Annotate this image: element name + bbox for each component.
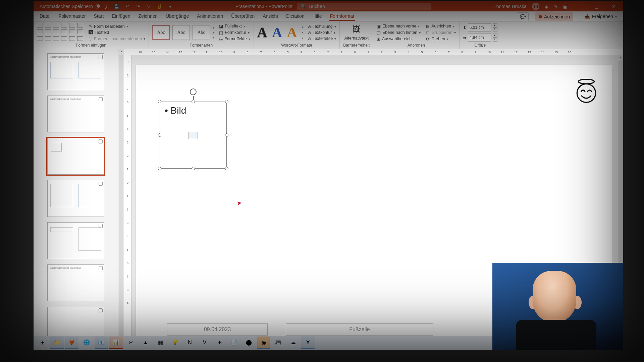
- pen-icon[interactable]: ✎: [554, 4, 558, 9]
- alt-text-icon[interactable]: 🖼: [353, 24, 361, 34]
- outlook-icon[interactable]: 📧: [95, 337, 108, 349]
- vlc-icon[interactable]: ▲: [139, 337, 152, 349]
- thumb-scrollbar[interactable]: ▴▾: [118, 49, 124, 342]
- touch-mode-icon[interactable]: ☝: [157, 3, 163, 9]
- layout-thumb-1[interactable]: Masterfolienformat bearbeiten: [47, 53, 104, 90]
- tab-einfuegen[interactable]: Einfügen: [111, 11, 131, 21]
- layout-thumb-2[interactable]: Masterfolienformat bearbeiten: [47, 96, 104, 132]
- spin-up-icon[interactable]: ▴: [493, 23, 497, 27]
- collapse-ribbon-icon[interactable]: ⌃: [618, 44, 621, 48]
- tab-hilfe[interactable]: Hilfe: [312, 11, 323, 21]
- ribbon-tabs: Datei Folienmaster Start Einfügen Zeichn…: [34, 11, 623, 21]
- tab-zeichnen[interactable]: Zeichnen: [138, 11, 158, 21]
- text-effects-button[interactable]: A Texteffekte ▾: [308, 36, 336, 41]
- discord-icon[interactable]: 🎮: [272, 337, 285, 349]
- wordart-preset-2[interactable]: A: [272, 24, 282, 41]
- shape-effects-button[interactable]: ◎ Formeffekte ▾: [219, 37, 250, 42]
- app-icon[interactable]: 💡: [168, 337, 182, 349]
- close-button[interactable]: ✕: [608, 1, 620, 11]
- style-preset-2[interactable]: Abc: [172, 25, 190, 40]
- tab-formformat[interactable]: Formformat: [329, 11, 355, 21]
- wordart-preset-1[interactable]: A: [257, 24, 267, 41]
- selected-picture-placeholder[interactable]: • Bild: [160, 102, 227, 169]
- minimize-button[interactable]: —: [573, 1, 585, 11]
- layout-thumb-5[interactable]: [47, 222, 104, 259]
- tab-start[interactable]: Start: [93, 11, 105, 21]
- user-name-label[interactable]: Thomas Hruska: [493, 4, 527, 9]
- snip-icon[interactable]: ✂: [124, 337, 138, 349]
- record-button[interactable]: Aufzeichnen: [535, 12, 573, 21]
- user-avatar[interactable]: TH: [532, 3, 539, 10]
- textbox-button[interactable]: 🅰 Textfeld: [89, 30, 145, 35]
- diamond-icon[interactable]: ◈: [545, 4, 548, 9]
- excel-icon[interactable]: X: [301, 337, 315, 349]
- tab-ueberpruefen[interactable]: Überprüfen: [230, 11, 255, 21]
- shape-fill-button[interactable]: ◪ Fülleffekt ▾: [219, 24, 250, 29]
- comments-button[interactable]: 💬: [517, 12, 529, 21]
- resize-handle[interactable]: [225, 100, 228, 103]
- selection-pane-button[interactable]: ⊞ Auswahlbereich: [377, 37, 421, 42]
- tab-datei[interactable]: Datei: [39, 11, 51, 21]
- tab-animationen[interactable]: Animationen: [196, 11, 224, 21]
- tab-uebergaenge[interactable]: Übergänge: [165, 11, 190, 21]
- tab-folienmaster[interactable]: Folienmaster: [58, 11, 87, 21]
- onenote-icon[interactable]: N: [183, 337, 197, 349]
- resize-handle[interactable]: [192, 100, 195, 103]
- chrome-icon[interactable]: 🌐: [80, 337, 93, 349]
- align-button[interactable]: ⊟ Ausrichten ▾: [426, 24, 456, 29]
- obs-icon[interactable]: ⬤: [242, 337, 256, 349]
- footer-placeholder[interactable]: Fußzeile: [286, 323, 433, 336]
- tab-dictation[interactable]: Dictation: [285, 11, 305, 21]
- layout-thumb-6[interactable]: Masterfolienformat bearbeiten: [47, 264, 104, 301]
- autosave-toggle[interactable]: Automatisches Speichern: [40, 4, 107, 9]
- alt-text-button[interactable]: Alternativtext: [344, 36, 368, 41]
- resize-handle[interactable]: [192, 167, 195, 170]
- layout-thumb-3-selected[interactable]: [47, 138, 104, 175]
- rotation-handle-icon[interactable]: [190, 88, 197, 95]
- toggle-switch-icon[interactable]: [96, 4, 107, 9]
- explorer-icon[interactable]: 📁: [50, 337, 64, 349]
- tab-ansicht[interactable]: Ansicht: [262, 11, 279, 21]
- search-box[interactable]: 🔍 Suchen: [297, 3, 431, 10]
- app-icon[interactable]: 📄: [227, 337, 241, 349]
- powerpoint-icon[interactable]: 📊: [109, 337, 123, 349]
- resize-handle[interactable]: [158, 133, 161, 137]
- undo-icon[interactable]: ↶: [124, 3, 130, 9]
- layout-thumb-4[interactable]: [47, 180, 104, 217]
- text-outline-button[interactable]: A Textkontur ▾: [308, 30, 336, 35]
- style-preset-1[interactable]: Abc: [152, 25, 170, 40]
- resize-handle[interactable]: [225, 167, 228, 170]
- spin-down-icon[interactable]: ▾: [493, 27, 497, 32]
- visio-icon[interactable]: V: [198, 337, 211, 349]
- picture-placeholder-icon[interactable]: [189, 132, 198, 139]
- style-preset-3[interactable]: Abc: [193, 25, 210, 40]
- width-field[interactable]: 4,94 cm: [468, 34, 491, 42]
- redo-icon[interactable]: ↷: [135, 3, 141, 9]
- height-field[interactable]: 5,01 cm: [468, 23, 491, 32]
- bring-forward-button[interactable]: ▣ Ebene nach vorne ▾: [377, 24, 421, 29]
- maximize-button[interactable]: ▢: [590, 1, 602, 11]
- shape-gallery[interactable]: [37, 23, 85, 42]
- shape-outline-button[interactable]: ◫ Formkontur ▾: [219, 30, 250, 35]
- save-icon[interactable]: 💾: [114, 3, 120, 9]
- mouse-cursor-icon: ➤: [236, 199, 243, 207]
- firefox-icon[interactable]: 🦊: [65, 337, 78, 349]
- start-from-beginning-icon[interactable]: ▷: [146, 3, 152, 9]
- start-button[interactable]: ⊞: [36, 337, 49, 349]
- window-icon[interactable]: ▣: [563, 4, 568, 9]
- telegram-icon[interactable]: ✈: [213, 337, 226, 349]
- date-placeholder[interactable]: 09.04.2023: [167, 323, 268, 336]
- app-icon[interactable]: ▦: [154, 337, 167, 349]
- edit-shape-button[interactable]: ✎ Form bearbeiten ▾: [89, 24, 145, 29]
- rotate-button[interactable]: ⟳ Drehen ▾: [426, 37, 456, 42]
- wordart-preset-3[interactable]: A: [287, 24, 297, 41]
- share-button[interactable]: 📤Freigeben▾: [580, 12, 621, 21]
- app-icon[interactable]: ☁: [286, 337, 300, 349]
- qat-more-icon[interactable]: ▾: [167, 3, 173, 9]
- app-icon[interactable]: ◉: [257, 337, 270, 349]
- resize-handle[interactable]: [158, 100, 161, 103]
- text-fill-button[interactable]: A Textfüllung ▾: [308, 24, 336, 29]
- resize-handle[interactable]: [158, 167, 161, 170]
- resize-handle[interactable]: [225, 133, 228, 137]
- send-backward-button[interactable]: ▢ Ebene nach hinten ▾: [377, 30, 421, 35]
